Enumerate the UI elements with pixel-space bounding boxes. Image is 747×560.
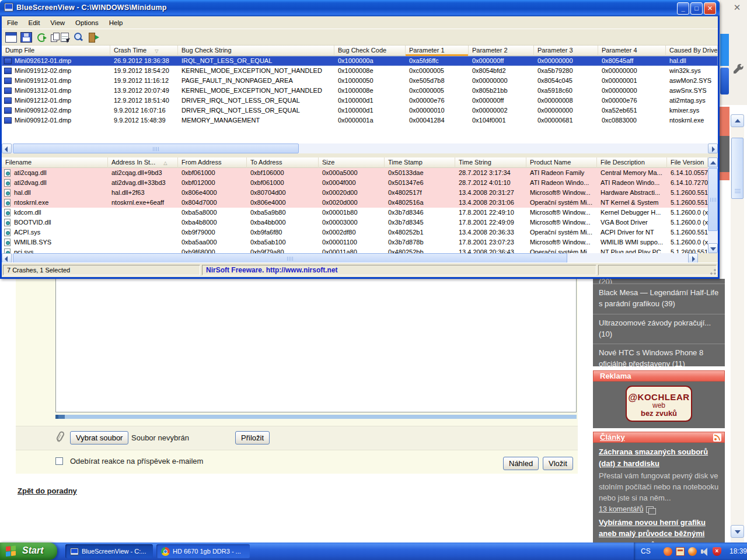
scroll-up-button[interactable] xyxy=(708,158,718,167)
toolbar-button-icon[interactable] xyxy=(51,34,57,42)
driver-row[interactable]: WMILIB.SYS 0xba5aa000 0xba5ab100 0x00001… xyxy=(2,237,708,247)
column-header[interactable]: Time String xyxy=(455,158,526,168)
toolbar-button-icon[interactable] xyxy=(20,32,32,43)
news-item-link[interactable]: Ultrazoomové závody pokračují... (10) xyxy=(593,314,725,345)
toolbar-button-icon[interactable] xyxy=(88,32,99,43)
driver-row[interactable]: ati2dvag.dll ati2dvag.dll+33bd3 0xbf0120… xyxy=(2,178,708,188)
browser-close-icon[interactable]: ✕ xyxy=(729,1,745,14)
toolbar-button-icon[interactable] xyxy=(72,32,84,43)
attach-button[interactable]: Přiložit xyxy=(235,431,270,444)
wrench-menu-icon[interactable] xyxy=(732,63,744,75)
maximize-button[interactable]: □ xyxy=(690,2,703,15)
subscribe-checkbox[interactable] xyxy=(55,457,63,465)
crash-row[interactable]: Mini090912-01.dmp 9.9.2012 15:48:39 MEMO… xyxy=(2,116,718,125)
tray-app-orange-icon[interactable] xyxy=(664,547,672,556)
language-indicator[interactable]: CS xyxy=(641,547,654,555)
article-comments-link[interactable]: 13 komentářů xyxy=(599,505,643,513)
column-header[interactable]: Address In St...△ xyxy=(108,158,178,168)
crash-row[interactable]: Mini092612-01.dmp 26.9.2012 18:36:38 IRQ… xyxy=(2,56,718,66)
scroll-down-button[interactable] xyxy=(708,243,718,253)
crash-row[interactable]: Mini091212-01.dmp 12.9.2012 18:51:40 DRI… xyxy=(2,96,718,106)
rss-icon[interactable] xyxy=(713,433,721,442)
scroll-up-button[interactable] xyxy=(731,114,744,127)
news-item-link[interactable]: Nové HTC s Windows Phone 8 oficiálně pře… xyxy=(593,344,725,366)
avast-icon[interactable] xyxy=(688,547,697,556)
driver-row[interactable]: ACPI.sys 0xb9f79000 0xb9fa6f80 0x0002df8… xyxy=(2,228,708,237)
column-header[interactable]: Parameter 1 xyxy=(406,46,469,56)
column-header[interactable]: Parameter 4 xyxy=(598,46,666,56)
tray-app-card-icon[interactable] xyxy=(676,547,685,556)
crash-row[interactable]: Mini091912-02.dmp 19.9.2012 18:54:20 KER… xyxy=(2,66,718,76)
security-alert-icon[interactable]: × xyxy=(713,547,721,556)
column-header[interactable]: Filename xyxy=(2,158,108,168)
scrollbar-thumb[interactable] xyxy=(708,168,718,231)
clock[interactable]: 18:39 xyxy=(729,547,747,555)
article-title-link[interactable]: Vybíráme novou herní grafiku aneb malý p… xyxy=(599,517,719,542)
column-header[interactable]: Caused By Driver xyxy=(666,46,718,56)
resize-grip[interactable] xyxy=(709,268,717,276)
minimize-button[interactable]: _ xyxy=(677,2,689,15)
scrollbar-thumb[interactable] xyxy=(13,144,299,153)
toolbar-button-icon[interactable] xyxy=(5,32,17,43)
driver-row[interactable]: kdcom.dll 0xba5a8000 0xba5a9b80 0x00001b… xyxy=(2,208,708,218)
back-to-forum-link[interactable]: Zpět do poradny xyxy=(18,487,77,495)
message-textarea[interactable] xyxy=(55,279,577,412)
scrollbar-thumb[interactable] xyxy=(731,138,743,199)
driver-row[interactable]: pci.sys 0xb9f68000 0xb9f79a80 0x00011a80… xyxy=(2,247,708,253)
start-button[interactable]: Start xyxy=(0,542,57,560)
news-item-partial[interactable]: (20) xyxy=(593,279,725,284)
menu-item[interactable]: Options xyxy=(70,19,104,26)
close-button[interactable]: ✕ xyxy=(704,2,716,15)
task-button-bluescreenview[interactable]: BlueScreenView - C:... xyxy=(65,544,153,558)
crash-row[interactable]: Mini091312-01.dmp 13.9.2012 20:07:49 KER… xyxy=(2,86,718,96)
column-header[interactable]: Parameter 2 xyxy=(469,46,534,56)
column-header[interactable]: Parameter 3 xyxy=(534,46,598,56)
toolbar-button-icon[interactable] xyxy=(36,32,47,43)
crash-row[interactable]: Mini091912-01.dmp 19.9.2012 11:16:12 PAG… xyxy=(2,76,718,86)
menu-item[interactable]: File xyxy=(2,19,23,26)
lower-vscrollbar[interactable] xyxy=(708,158,718,253)
kochlear-ad-banner[interactable]: @KOCHLEAR web bez zvuků xyxy=(626,386,692,422)
title-bar[interactable]: BlueScreenView - C:\WINDOWS\Minidump _ □… xyxy=(0,0,720,16)
column-header[interactable]: Dump File xyxy=(2,46,110,56)
pane-splitter[interactable] xyxy=(2,153,718,158)
choose-file-button[interactable]: Vybrat soubor xyxy=(70,431,128,444)
task-button-browser[interactable]: HD 6670 1gb DDR3 - ... xyxy=(156,544,250,558)
column-header[interactable]: To Address xyxy=(247,158,319,168)
textarea-hscrollbar[interactable] xyxy=(55,415,577,419)
driver-row[interactable]: BOOTVID.dll 0xba4b8000 0xba4bb000 0x0000… xyxy=(2,218,708,228)
column-header[interactable]: Size xyxy=(319,158,385,168)
column-header[interactable]: Bug Check Code xyxy=(334,46,406,56)
menu-item[interactable]: Help xyxy=(104,19,128,26)
lower-hscrollbar[interactable] xyxy=(2,253,698,263)
scroll-right-button[interactable] xyxy=(708,144,718,153)
crash-row[interactable]: Mini090912-02.dmp 9.9.2012 16:07:16 DRIV… xyxy=(2,106,718,116)
driver-row[interactable]: ntoskrnl.exe ntoskrnl.exe+6eaff 0x804d70… xyxy=(2,198,708,208)
column-header[interactable]: From Address xyxy=(178,158,247,168)
driver-row[interactable]: ati2cqag.dll ati2cqag.dll+9bd3 0xbf06100… xyxy=(2,168,708,178)
column-header[interactable]: Crash Time▽ xyxy=(110,46,178,56)
submit-button[interactable]: Vložit xyxy=(543,457,573,470)
scroll-left-button[interactable] xyxy=(2,144,12,153)
column-header[interactable]: Time Stamp xyxy=(385,158,455,168)
scroll-right-button[interactable] xyxy=(688,253,698,263)
driver-row[interactable]: hal.dll hal.dll+2f63 0x806e4000 0x80704d… xyxy=(2,188,708,198)
column-header[interactable]: File Version xyxy=(667,158,708,168)
column-label: Parameter 3 xyxy=(537,47,573,54)
upper-hscrollbar[interactable] xyxy=(2,144,718,153)
menu-item[interactable]: Edit xyxy=(23,19,46,26)
scroll-left-button[interactable] xyxy=(2,253,12,263)
toolbar-button-icon[interactable] xyxy=(61,33,69,42)
status-nirsoft-link[interactable]: NirSoft Freeware. http://www.nirsoft.net xyxy=(202,265,596,275)
column-header[interactable]: Bug Check String xyxy=(178,46,334,56)
column-header[interactable]: File Description xyxy=(597,158,667,168)
news-item-link[interactable]: Black Mesa — Legendární Half-Life s pará… xyxy=(593,284,725,314)
browser-vertical-scrollbar[interactable] xyxy=(731,114,744,542)
scroll-down-button[interactable] xyxy=(731,525,744,538)
preview-button[interactable]: Náhled xyxy=(503,457,539,470)
column-header[interactable]: Product Name xyxy=(526,158,597,168)
menu-item[interactable]: View xyxy=(45,19,70,26)
volume-icon[interactable] xyxy=(700,547,709,556)
scrollbar-thumb[interactable] xyxy=(13,253,567,263)
article-title-link[interactable]: Záchrana smazaných souborů (dat) z hardd… xyxy=(599,446,719,469)
